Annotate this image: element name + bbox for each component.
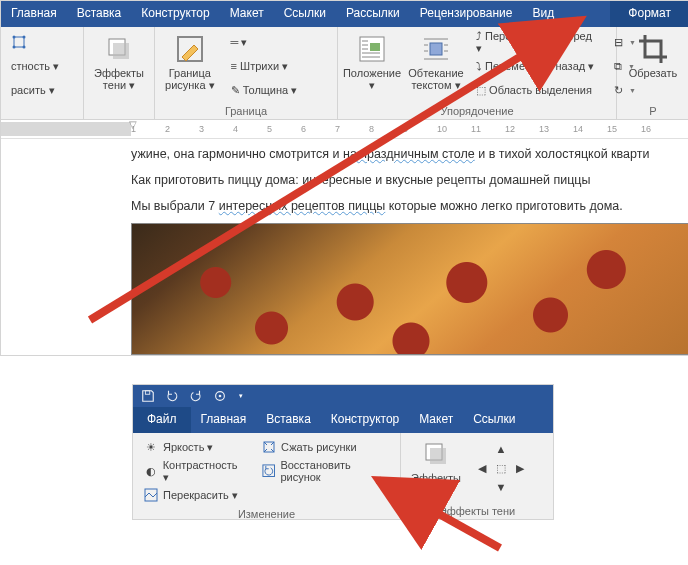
border-dash-button[interactable]: ≡ Штрихи ▾ — [227, 55, 302, 77]
ruler-tick: 1 — [131, 124, 136, 134]
svg-rect-30 — [430, 448, 446, 464]
ruler-tick: 2 — [165, 124, 170, 134]
ruler-tick: 11 — [471, 124, 481, 134]
ruler-tick: 10 — [437, 124, 447, 134]
group-crop: Обрезать Р — [617, 27, 688, 119]
border-pen-button[interactable]: ✎ Толщина ▾ — [227, 79, 302, 101]
tab-mailings[interactable]: Рассылки — [336, 1, 410, 27]
position-label: Положение▾ — [343, 67, 401, 91]
tab-design-2[interactable]: Конструктор — [321, 407, 409, 433]
crop-label: Обрезать — [629, 67, 678, 79]
nudge-down-button[interactable]: ▼ — [492, 477, 510, 497]
ribbon-tabs: Главная Вставка Конструктор Макет Ссылки… — [1, 1, 688, 27]
document-surface[interactable]: ужине, она гармонично смотрится и на пра… — [1, 139, 688, 355]
ruler-tick: 5 — [267, 124, 272, 134]
group-label-adjust-2: Изменение — [139, 506, 394, 520]
brightness-partial[interactable] — [7, 31, 77, 53]
svg-point-25 — [219, 395, 222, 398]
sun-icon: ☀ — [143, 439, 159, 455]
svg-point-3 — [13, 46, 16, 49]
svg-rect-0 — [14, 37, 24, 47]
nudge-left-button[interactable]: ◀ — [473, 458, 491, 478]
tab-references-2[interactable]: Ссылки — [463, 407, 525, 433]
pizza-image[interactable] — [131, 223, 688, 355]
group-adjust-2: ☀Яркость ▾ ◐Контрастность ▾ Перекрасить … — [133, 433, 401, 519]
tab-references[interactable]: Ссылки — [274, 1, 336, 27]
svg-rect-6 — [113, 43, 129, 59]
doc-line-1: ужине, она гармонично смотрится и на пра… — [131, 145, 688, 163]
word-window-bottom: ▾ Файл Главная Вставка Конструктор Макет… — [132, 384, 554, 520]
wrap-text-icon — [420, 33, 452, 65]
arrow-right-icon: ▶ — [516, 462, 524, 475]
ruler-tick: 7 — [335, 124, 340, 134]
tab-layout-2[interactable]: Макет — [409, 407, 463, 433]
redo-icon[interactable] — [189, 389, 203, 403]
undo-icon[interactable] — [165, 389, 179, 403]
shadow-effects-icon-2 — [420, 438, 452, 470]
ruler-tick: 9 — [403, 124, 408, 134]
contrast-button[interactable]: ◐Контрастность ▾ — [139, 460, 249, 482]
shadow-effects-icon — [103, 33, 135, 65]
position-button[interactable]: Положение▾ — [344, 31, 400, 93]
recolor-button[interactable]: Перекрасить ▾ — [139, 484, 249, 506]
reset-picture-button[interactable]: Восстановить рисунок — [257, 460, 394, 482]
tab-review[interactable]: Рецензирование — [410, 1, 523, 27]
arrow-down-icon: ▼ — [496, 481, 507, 493]
touch-mode-icon[interactable] — [213, 389, 227, 403]
group-border: Границарисунка ▾ ═ ▾ ≡ Штрихи ▾ ✎ Толщин… — [155, 27, 338, 119]
pencil-frame-icon — [174, 33, 206, 65]
center-icon: ⬚ — [496, 462, 506, 475]
shadow-effects-button[interactable]: Эффектытени ▾ — [90, 31, 148, 93]
tab-view[interactable]: Вид — [522, 1, 564, 27]
shadow-effects-label-2: Эффектытени ▾ — [411, 472, 461, 496]
recolor-icon — [143, 487, 159, 503]
tab-layout[interactable]: Макет — [220, 1, 274, 27]
send-backward-button[interactable]: ⤵ Переместить назад ▾ — [472, 55, 602, 77]
save-icon[interactable] — [141, 389, 155, 403]
crop-button[interactable]: Обрезать — [623, 31, 683, 81]
ruler-tick: 14 — [573, 124, 583, 134]
svg-rect-15 — [430, 43, 442, 55]
arrow-up-icon: ▲ — [496, 443, 507, 455]
picture-border-button[interactable]: Границарисунка ▾ — [161, 31, 219, 93]
tab-design[interactable]: Конструктор — [131, 1, 219, 27]
ruler-tick: 8 — [369, 124, 374, 134]
ruler-tick: 16 — [641, 124, 651, 134]
word-window-top: Главная Вставка Конструктор Макет Ссылки… — [0, 0, 688, 356]
recolor-partial[interactable]: расить ▾ — [7, 79, 77, 101]
wrap-text-label: Обтеканиетекстом ▾ — [408, 67, 463, 91]
group-label-border: Граница — [161, 103, 331, 117]
picture-border-label: Границарисунка ▾ — [165, 67, 215, 91]
ruler-tick: 13 — [539, 124, 549, 134]
nudge-center-button[interactable]: ⬚ — [492, 458, 510, 478]
svg-point-2 — [23, 36, 26, 39]
group-label-shadow-2: Эффекты тени — [407, 503, 547, 517]
border-weight-button[interactable]: ═ ▾ — [227, 31, 302, 53]
tab-home[interactable]: Главная — [1, 1, 67, 27]
svg-rect-9 — [370, 43, 380, 51]
arrow-left-icon: ◀ — [478, 462, 486, 475]
shadow-effects-button-2[interactable]: Эффектытени ▾ — [407, 436, 465, 498]
group-shadow-effects: Эффектытени ▾ — [84, 27, 155, 119]
nudge-up-button[interactable]: ▲ — [492, 439, 510, 459]
handles-icon — [11, 34, 27, 50]
brightness-button[interactable]: ☀Яркость ▾ — [139, 436, 249, 458]
wrap-text-button[interactable]: Обтеканиетекстом ▾ — [408, 31, 464, 93]
selection-pane-button[interactable]: ⬚ Область выделения — [472, 79, 602, 101]
tab-format[interactable]: Формат — [610, 1, 688, 27]
group-label-arrange: Упорядочение — [344, 103, 610, 117]
tab-home-2[interactable]: Главная — [191, 407, 257, 433]
doc-line-3: Мы выбрали 7 интересных рецептов пиццы к… — [131, 197, 688, 215]
bring-forward-button[interactable]: ⤴ Переместить вперед ▾ — [472, 31, 602, 53]
compress-pictures-button[interactable]: Сжать рисунки — [257, 436, 394, 458]
qat-customize-icon[interactable]: ▾ — [239, 392, 243, 400]
nudge-right-button[interactable]: ▶ — [511, 458, 529, 478]
tab-insert-2[interactable]: Вставка — [256, 407, 321, 433]
contrast-partial[interactable]: стность ▾ — [7, 55, 77, 77]
doc-line-2: Как приготовить пиццу дома: интересные и… — [131, 171, 688, 189]
crop-icon — [637, 33, 669, 65]
ribbon: стность ▾ расить ▾ Эффектытени ▾ Граница… — [1, 27, 688, 120]
tab-insert[interactable]: Вставка — [67, 1, 132, 27]
tab-file-2[interactable]: Файл — [133, 407, 191, 433]
horizontal-ruler[interactable]: ▽ 12345678910111213141516 — [1, 120, 688, 139]
